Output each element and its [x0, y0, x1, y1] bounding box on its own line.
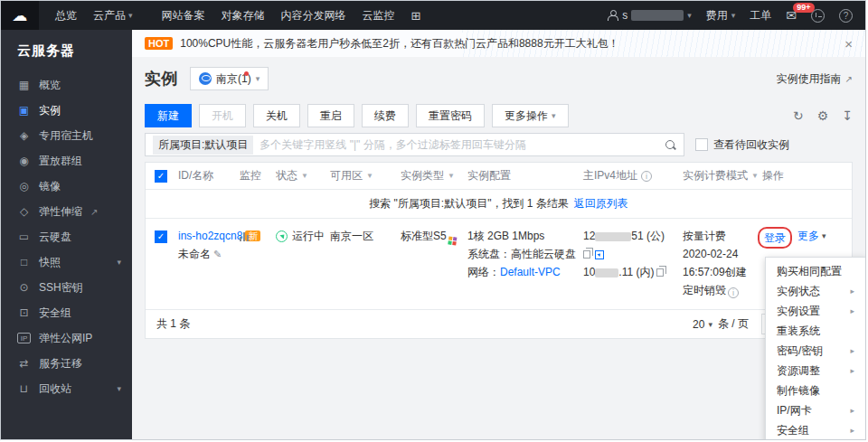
account-name-redacted	[631, 10, 684, 21]
filter-icon[interactable]: ▼	[301, 172, 308, 180]
menu-item-instance-settings[interactable]: 实例设置▸	[766, 301, 865, 321]
gear-icon[interactable]: ⚙	[817, 108, 829, 123]
shield-icon: ⊡	[17, 306, 31, 319]
topnav-icp[interactable]: 网站备案	[162, 8, 205, 24]
message-count-badge: 99+	[793, 3, 814, 13]
migration-icon: ⇄	[17, 357, 31, 370]
create-button[interactable]: 新建	[145, 104, 192, 127]
close-icon[interactable]: ×	[844, 36, 853, 52]
search-row: 所属项目:默认项目 查看待回收实例	[145, 133, 853, 156]
login-link[interactable]: 登录	[764, 231, 786, 244]
sidebar-item-placement-group[interactable]: ◉置放群组	[1, 148, 132, 174]
shutdown-button[interactable]: 关机	[253, 104, 300, 127]
ticket-menu[interactable]: 工单	[750, 8, 771, 24]
operation-cell: 登录 更多▾	[762, 227, 852, 249]
chevron-down-icon: ▾	[822, 227, 826, 245]
col-operation: 操作	[762, 168, 852, 183]
sidebar-item-security-group[interactable]: ⊡安全组	[1, 300, 132, 325]
search-result-notice: 搜索 "所属项目:默认项目"，找到 1 条结果 返回原列表	[146, 190, 852, 219]
menu-item-password-key[interactable]: 密码/密钥▸	[766, 341, 865, 361]
page-header: 实例 南京(1) ▾ 实例使用指南↗	[132, 57, 865, 100]
instance-table: ID/名称 监控 状态▼ 可用区▼ 实例类型▼ 实例配置 主IPv4地址 实例计…	[145, 162, 853, 339]
public-ip-suffix: 51 (公)	[631, 230, 665, 242]
table-row[interactable]: ins-ho2zqcn8新 未命名✎ 运行中 南京一区 标准型S5 1核 2GB…	[146, 219, 852, 309]
billing-destroy: 定时销毁	[683, 284, 726, 296]
tencent-cloud-logo[interactable]: ☁	[1, 1, 39, 30]
add-shortcut-icon[interactable]: ⊞	[411, 9, 421, 23]
instance-id-link[interactable]: ins-ho2zqcn8	[178, 230, 242, 242]
sidebar-item-cloud-disk[interactable]: ▭云硬盘	[1, 224, 132, 249]
promo-text[interactable]: 100%CPU性能，云服务器老用户秒杀低至2折，还有百款热门云产品和8888元开…	[180, 36, 618, 52]
filter-tag-project[interactable]: 所属项目:默认项目	[153, 136, 253, 155]
menu-item-buy-same-config[interactable]: 购买相同配置	[766, 261, 865, 281]
search-box[interactable]: 所属项目:默认项目	[145, 133, 684, 156]
config-disk: 系统盘：高性能云硬盘	[467, 248, 576, 260]
col-ipv4: 主IPv4地址	[583, 168, 683, 183]
col-id-name: ID/名称	[178, 168, 240, 183]
message-center[interactable]: ✉ 99+	[786, 8, 797, 23]
chevron-down-icon: ▾	[117, 384, 121, 393]
filter-icon[interactable]: ▼	[366, 172, 373, 180]
region-icon	[199, 72, 212, 85]
topnav-cdn[interactable]: 内容分发网络	[281, 8, 346, 24]
edit-name-icon[interactable]: ✎	[213, 249, 222, 259]
table-tools: ↻ ⚙ ↧	[793, 108, 853, 123]
host-icon: ◈	[17, 129, 31, 142]
select-all-checkbox[interactable]	[155, 170, 167, 183]
renew-button[interactable]: 续费	[362, 104, 409, 127]
download-icon[interactable]: ↧	[842, 108, 853, 123]
copy-icon[interactable]	[656, 268, 664, 277]
sidebar-item-eip[interactable]: 弹性公网IP	[1, 325, 132, 351]
sidebar-item-ssh-key[interactable]: ⊙SSH密钥	[1, 275, 132, 300]
menu-item-resource-adjust[interactable]: 资源调整▸	[766, 361, 865, 381]
menu-item-reinstall-system[interactable]: 重装系统	[766, 321, 865, 341]
row-checkbox[interactable]	[155, 230, 167, 243]
config-spec: 1核 2GB 1Mbps	[467, 230, 544, 242]
sidebar-item-auto-scaling[interactable]: ◇弹性伸缩↗	[1, 199, 132, 224]
sidebar-item-images[interactable]: ◎镜像	[1, 174, 132, 199]
submenu-arrow-icon: ▸	[850, 346, 854, 355]
more-actions-button[interactable]: 更多操作▾	[492, 104, 569, 127]
info-icon[interactable]	[728, 287, 739, 298]
instance-guide-link[interactable]: 实例使用指南↗	[777, 71, 853, 87]
menu-item-instance-status[interactable]: 实例状态▸	[766, 281, 865, 301]
recycle-checkbox[interactable]	[695, 138, 708, 151]
more-link[interactable]: 更多▾	[797, 227, 826, 245]
private-ip-suffix: .11 (内)	[618, 266, 654, 278]
billing-mode: 按量计费	[683, 230, 726, 242]
search-icon[interactable]	[665, 139, 676, 151]
restart-button[interactable]: 重启	[307, 104, 354, 127]
vpc-link[interactable]: Default-VPC	[500, 266, 561, 278]
toolbar: 新建 开机 关机 重启 续费 重置密码 更多操作▾ ↻ ⚙ ↧	[145, 104, 853, 127]
menu-item-create-image[interactable]: 制作镜像	[766, 381, 865, 400]
menu-item-security-group[interactable]: 安全组▸	[766, 420, 865, 440]
reset-password-button[interactable]: 重置密码	[416, 104, 485, 127]
menu-item-ip-nic[interactable]: IP/网卡▸	[766, 400, 865, 420]
topnav-cos[interactable]: 对象存储	[222, 8, 265, 24]
sidebar-item-instances[interactable]: ▣实例	[1, 98, 132, 123]
monitor-chart-icon[interactable]	[240, 231, 249, 241]
topnav-monitor[interactable]: 云监控	[363, 8, 395, 24]
region-selector[interactable]: 南京(1) ▾	[190, 67, 269, 90]
account-menu[interactable]: s ▾	[608, 9, 692, 22]
filter-icon[interactable]: ▼	[448, 172, 455, 180]
sidebar-item-service-migration[interactable]: ⇄服务迁移	[1, 351, 132, 376]
back-to-list-link[interactable]: 返回原列表	[574, 196, 628, 212]
sidebar-item-overview[interactable]: ▦概览	[1, 72, 132, 98]
topbar-nav: 总览 云产品▾ 网站备案 对象存储 内容分发网络 云监控 ⊞	[55, 8, 420, 24]
convert-eip-icon[interactable]	[595, 250, 604, 259]
sidebar-item-dedicated-host[interactable]: ◈专用宿主机	[1, 123, 132, 148]
billing-menu[interactable]: 费用▾	[706, 8, 736, 24]
info-icon[interactable]	[641, 171, 652, 182]
sidebar-item-snapshot[interactable]: □快照▾	[1, 249, 132, 275]
topnav-cloud-products[interactable]: 云产品▾	[93, 8, 133, 24]
topnav-overview[interactable]: 总览	[55, 8, 77, 24]
page-size-select[interactable]: 20▾	[693, 318, 712, 331]
help-icon[interactable]	[839, 9, 853, 23]
sidebar-item-recycle-bin[interactable]: ⊔回收站▾	[1, 376, 132, 401]
power-on-button[interactable]: 开机	[199, 104, 246, 127]
copy-icon[interactable]	[583, 250, 590, 259]
filter-icon[interactable]: ▼	[751, 172, 759, 180]
refresh-icon[interactable]: ↻	[793, 108, 804, 123]
search-input[interactable]	[259, 138, 658, 151]
